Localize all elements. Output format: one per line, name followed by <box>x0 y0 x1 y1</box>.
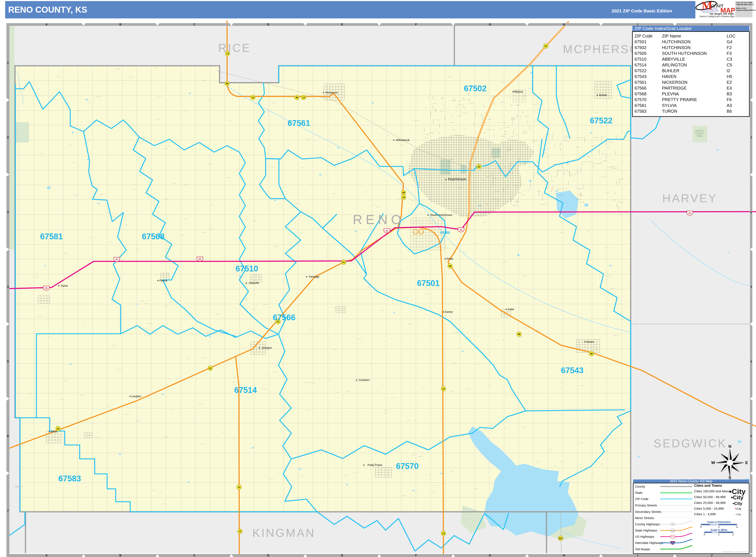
svg-text:61: 61 <box>478 166 480 168</box>
svg-text:H5: H5 <box>727 74 732 79</box>
svg-text:0: 0 <box>700 526 702 528</box>
svg-text:E: E <box>341 23 343 26</box>
svg-text:67570: 67570 <box>635 97 646 102</box>
svg-text:F2: F2 <box>727 45 732 50</box>
svg-text:B6: B6 <box>727 109 732 114</box>
svg-text:50: 50 <box>45 287 48 289</box>
svg-text:11: 11 <box>239 530 241 533</box>
svg-text:2021 Reno County, KS Map: 2021 Reno County, KS Map <box>670 479 712 483</box>
svg-text:A: A <box>46 554 48 557</box>
svg-text:14: 14 <box>302 96 305 99</box>
svg-text:2: 2 <box>750 136 752 139</box>
svg-text:Sylvia: Sylvia <box>61 284 68 287</box>
svg-text:South Hutchinson: South Hutchinson <box>430 213 453 216</box>
svg-text:ZIP Code: ZIP Code <box>635 34 652 38</box>
svg-text:6: 6 <box>7 434 9 438</box>
svg-text:PRETTY PRAIRIE: PRETTY PRAIRIE <box>662 97 697 102</box>
svg-text:W: W <box>711 460 715 465</box>
svg-text:50: 50 <box>386 229 388 232</box>
svg-text:J: J <box>711 554 713 557</box>
svg-text:67543: 67543 <box>635 74 646 79</box>
svg-text:2: 2 <box>718 526 720 528</box>
svg-text:G: G <box>489 23 491 26</box>
svg-text:H: H <box>563 23 565 26</box>
svg-text:67505: 67505 <box>635 51 646 56</box>
svg-text:•City: •City <box>733 501 743 506</box>
svg-text:Elmer: Elmer <box>446 257 453 260</box>
svg-text:67561: 67561 <box>635 80 646 85</box>
svg-text:ZIP Name: ZIP Name <box>662 34 681 38</box>
svg-text:Cities and Towns: Cities and Towns <box>694 484 722 488</box>
svg-text:1-888-434-MAPS (6277): 1-888-434-MAPS (6277) <box>736 4 754 6</box>
svg-text:HAVEN: HAVEN <box>662 74 676 79</box>
svg-text:CALL US TOLL FREE!: CALL US TOLL FREE! <box>736 2 753 4</box>
svg-text:G4: G4 <box>727 39 732 44</box>
svg-text:123: 123 <box>671 530 674 532</box>
svg-text:61: 61 <box>209 367 211 370</box>
svg-text:N: N <box>728 444 731 448</box>
svg-text:Primary Streets: Primary Streets <box>635 503 657 507</box>
svg-text:RENO COUNTY, KS: RENO COUNTY, KS <box>8 5 87 14</box>
svg-text:E: E <box>745 460 748 465</box>
svg-text:67514: 67514 <box>234 386 257 394</box>
svg-text:67566: 67566 <box>635 86 646 90</box>
svg-text:67543: 67543 <box>561 366 584 375</box>
svg-text:67510: 67510 <box>235 264 258 273</box>
svg-text:50: 50 <box>689 212 691 214</box>
svg-text:67561: 67561 <box>288 119 310 128</box>
svg-text:67502: 67502 <box>464 84 487 93</box>
svg-text:2: 2 <box>732 533 734 536</box>
svg-text:123: 123 <box>671 523 674 525</box>
svg-text:1: 1 <box>718 533 720 536</box>
svg-text:96: 96 <box>518 333 520 335</box>
svg-text:COUNTY: COUNTY <box>695 133 704 135</box>
svg-text:7: 7 <box>7 509 9 512</box>
svg-text:67566: 67566 <box>273 313 295 322</box>
svg-text:HUTCHINSON: HUTCHINSON <box>662 39 691 44</box>
svg-text:ARLINGTON: ARLINGTON <box>662 63 687 67</box>
svg-text:US Highways: US Highways <box>635 535 654 538</box>
svg-text:Partridge: Partridge <box>309 275 319 278</box>
svg-text:67570: 67570 <box>396 462 418 471</box>
svg-text:A3: A3 <box>727 103 732 108</box>
svg-text:Darlow: Darlow <box>445 311 453 314</box>
svg-text:RENO: RENO <box>353 212 405 227</box>
svg-text:ABBYVILLE: ABBYVILLE <box>662 57 685 61</box>
svg-text:96: 96 <box>402 191 405 194</box>
svg-text:Medora: Medora <box>514 90 523 93</box>
svg-text:50: 50 <box>460 229 462 231</box>
svg-text:F6: F6 <box>727 97 732 102</box>
svg-text:14: 14 <box>442 532 445 535</box>
svg-text:67522: 67522 <box>635 68 646 73</box>
svg-text:61: 61 <box>545 45 547 47</box>
svg-text:67510: 67510 <box>635 57 646 61</box>
svg-text:251: 251 <box>559 537 562 540</box>
svg-text:Turon: Turon <box>51 430 57 433</box>
svg-text:Minor Streets: Minor Streets <box>635 516 654 520</box>
svg-text:BUHLER: BUHLER <box>662 68 679 73</box>
svg-text:Nickerson: Nickerson <box>325 91 338 94</box>
svg-text:NICKERSON: NICKERSON <box>662 80 688 85</box>
svg-text:Arlington: Arlington <box>262 346 272 349</box>
svg-text:City: City <box>737 513 741 516</box>
svg-text:Haven: Haven <box>586 340 594 344</box>
svg-text:PARK: PARK <box>697 135 703 137</box>
svg-text:Hutchinson: Hutchinson <box>448 177 466 181</box>
svg-text:50: 50 <box>115 258 118 261</box>
svg-text:2021 MarketMAPS Inc. Reno, KS: 2021 MarketMAPS Inc. Reno, KS 67501 TM <box>722 551 747 553</box>
svg-text:PARTRIDGE: PARTRIDGE <box>662 86 687 90</box>
svg-text:Willowbrook: Willowbrook <box>396 139 410 142</box>
svg-text:I: I <box>637 23 638 26</box>
svg-text:America's Leading Source of B: America's Leading Source of Business Map… <box>699 15 734 18</box>
svg-text:123: 123 <box>671 536 674 538</box>
svg-text:C: C <box>193 554 195 557</box>
svg-text:C5: C5 <box>727 63 732 67</box>
svg-text:Cities 50,000 - 99,999: Cities 50,000 - 99,999 <box>694 495 726 499</box>
svg-text:A: A <box>46 23 48 26</box>
svg-text:2021 ZIP Code Basic Edition: 2021 ZIP Code Basic Edition <box>612 8 672 13</box>
svg-text:G: G <box>489 554 491 557</box>
svg-text:4: 4 <box>7 285 9 288</box>
svg-text:67502: 67502 <box>635 45 646 50</box>
svg-text:67505: 67505 <box>440 231 450 235</box>
svg-text:Cities 1 - 4,999: Cities 1 - 4,999 <box>694 512 716 516</box>
